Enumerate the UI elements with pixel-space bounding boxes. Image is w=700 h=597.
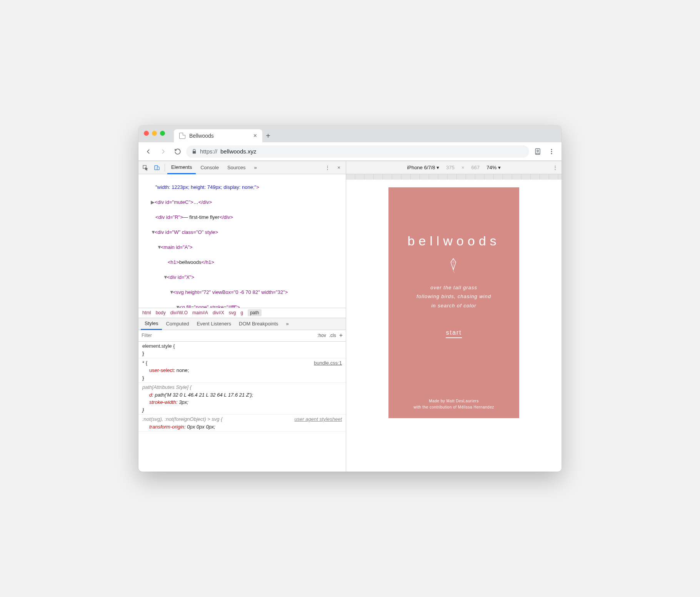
- crumb-item[interactable]: html: [142, 310, 151, 315]
- traffic-lights: [144, 131, 165, 136]
- devtools-close-icon[interactable]: ×: [333, 162, 344, 173]
- address-bar[interactable]: https://bellwoods.xyz: [186, 145, 529, 158]
- css-selector[interactable]: * {: [142, 359, 342, 367]
- crumb-item[interactable]: div#W.O: [170, 310, 188, 315]
- hov-toggle[interactable]: :hov: [317, 333, 326, 338]
- styles-pane[interactable]: element.style { } bundle.css:1 * { user-…: [138, 342, 346, 472]
- kite-icon: [448, 256, 460, 273]
- devtools-tab-bar: Elements Console Sources » ⋮ ×: [138, 161, 346, 174]
- favicon-icon: [179, 133, 185, 139]
- tab-more[interactable]: »: [250, 161, 261, 174]
- devtools-left-panel: Elements Console Sources » ⋮ × "width: 1…: [138, 161, 346, 472]
- minimize-window-button[interactable]: [152, 131, 157, 136]
- dom-node[interactable]: <div id="muteC">: [155, 199, 193, 205]
- forward-button[interactable]: [157, 145, 169, 158]
- close-tab-button[interactable]: ×: [253, 132, 257, 139]
- tab-event-listeners[interactable]: Event Listeners: [193, 318, 235, 330]
- credits: Made by Matt DesLauriers with the contri…: [413, 398, 494, 410]
- styles-tab-bar: Styles Computed Event Listeners DOM Brea…: [138, 318, 346, 330]
- reload-button[interactable]: [172, 145, 184, 158]
- lock-icon: [192, 149, 197, 154]
- start-button[interactable]: start: [446, 329, 462, 338]
- tab-styles[interactable]: Styles: [141, 318, 162, 330]
- dom-tree[interactable]: "width: 1223px; height: 749px; display: …: [138, 174, 346, 308]
- inspect-element-icon[interactable]: [140, 162, 151, 173]
- crumb-item[interactable]: g: [240, 310, 243, 315]
- crumb-item[interactable]: main#A: [192, 310, 208, 315]
- chrome-menu-button[interactable]: [545, 145, 558, 158]
- device-width[interactable]: 375: [446, 165, 455, 170]
- tab-title: Bellwoods: [189, 133, 214, 139]
- dom-node[interactable]: <div id="W" class="O" style>: [155, 229, 218, 235]
- svg-point-1: [537, 150, 538, 152]
- svg-point-4: [551, 153, 552, 154]
- dom-node[interactable]: <div id="R">: [155, 214, 183, 220]
- svg-point-3: [551, 151, 552, 152]
- zoom-select[interactable]: 74% ▾: [487, 165, 501, 170]
- crumb-item[interactable]: div#X: [213, 310, 224, 315]
- device-menu-icon[interactable]: ⋮: [553, 165, 558, 170]
- device-select[interactable]: iPhone 6/7/8 ▾: [407, 165, 439, 170]
- tab-console[interactable]: Console: [197, 161, 223, 174]
- styles-filter-bar: :hov .cls +: [138, 330, 346, 342]
- maximize-window-button[interactable]: [160, 131, 165, 136]
- styles-filter-input[interactable]: [142, 333, 314, 338]
- browser-tab[interactable]: Bellwoods ×: [174, 129, 262, 142]
- app-title: bellwoods: [407, 233, 500, 248]
- account-icon[interactable]: [532, 145, 544, 158]
- new-style-rule-button[interactable]: +: [339, 332, 343, 339]
- verse: over the tall grass following birds, cha…: [417, 283, 491, 310]
- back-button[interactable]: [142, 145, 155, 158]
- tab-elements[interactable]: Elements: [167, 161, 196, 174]
- cls-toggle[interactable]: .cls: [329, 333, 336, 338]
- dom-breadcrumb[interactable]: html body div#W.O main#A div#X svg g pat…: [138, 308, 346, 318]
- close-window-button[interactable]: [144, 131, 149, 136]
- svg-point-2: [551, 149, 552, 150]
- tab-dom-breakpoints[interactable]: DOM Breakpoints: [235, 318, 282, 330]
- crumb-item[interactable]: body: [156, 310, 166, 315]
- url-scheme: https://: [200, 148, 217, 155]
- crumb-item[interactable]: svg: [229, 310, 236, 315]
- devtools: Elements Console Sources » ⋮ × "width: 1…: [138, 161, 562, 472]
- dom-node[interactable]: <div id="X">: [167, 274, 194, 280]
- svg-rect-7: [157, 167, 159, 170]
- url-host: bellwoods.xyz: [220, 148, 256, 155]
- css-selector: path[Attributes Style] {: [142, 384, 342, 391]
- device-height[interactable]: 667: [471, 165, 480, 170]
- css-source-link[interactable]: bundle.css:1: [314, 359, 342, 367]
- app-preview[interactable]: bellwoods over the tall grass following …: [388, 187, 519, 418]
- crumb-item-selected[interactable]: path: [248, 309, 261, 316]
- device-preview-panel: iPhone 6/7/8 ▾ 375 × 667 74% ▾ ⋮ bellwoo…: [346, 161, 562, 472]
- devtools-menu-icon[interactable]: ⋮: [322, 162, 333, 173]
- new-tab-button[interactable]: +: [262, 130, 274, 142]
- dom-node[interactable]: <main id="A">: [161, 244, 193, 250]
- device-toolbar-icon[interactable]: [152, 162, 162, 173]
- title-bar: Bellwoods × +: [138, 125, 562, 142]
- tab-styles-more[interactable]: »: [282, 318, 293, 330]
- dom-node[interactable]: <g fill="none" stroke="#fff">: [179, 304, 240, 308]
- css-selector[interactable]: element.style {: [142, 342, 342, 350]
- viewport: bellwoods over the tall grass following …: [346, 180, 562, 472]
- tab-sources[interactable]: Sources: [223, 161, 250, 174]
- dimension-x-icon: ×: [462, 165, 465, 170]
- dom-node[interactable]: <svg height="72" viewBox="0 -6 70 82" wi…: [173, 289, 288, 295]
- dom-attr-value: "width: 1223px; height: 749px; display: …: [155, 184, 256, 190]
- tab-computed[interactable]: Computed: [162, 318, 193, 330]
- device-toolbar: iPhone 6/7/8 ▾ 375 × 667 74% ▾ ⋮: [346, 161, 562, 174]
- css-ua-label: user agent stylesheet: [294, 415, 342, 423]
- browser-window: Bellwoods × + https://bellwoods.xyz: [138, 125, 562, 472]
- toolbar: https://bellwoods.xyz: [138, 142, 562, 161]
- ruler: [346, 174, 562, 180]
